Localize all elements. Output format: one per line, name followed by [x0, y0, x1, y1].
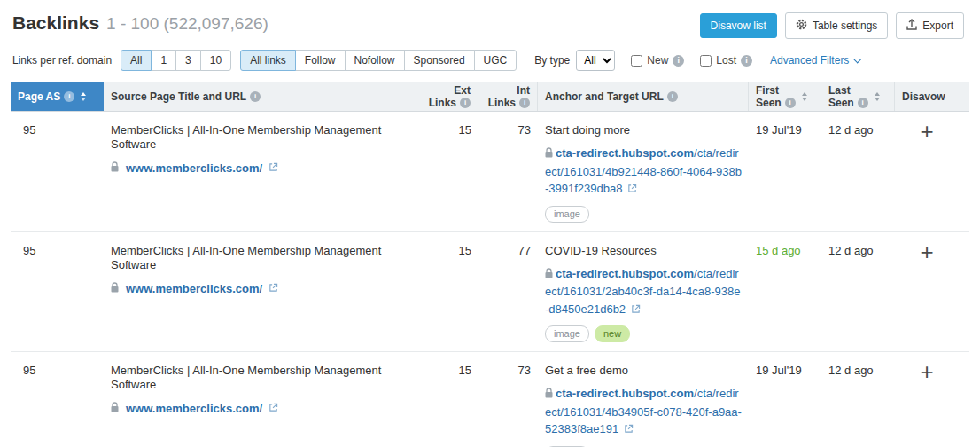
lock-icon — [545, 386, 553, 404]
info-icon: i — [667, 91, 678, 102]
int-links-cell: 77 — [478, 232, 538, 352]
last-seen-cell: 12 d ago — [821, 352, 895, 447]
col-header-disavow: Disavow — [895, 82, 959, 111]
links-per-domain-3[interactable]: 3 — [175, 50, 201, 71]
anchor-text: COVID-19 Resources — [545, 244, 742, 257]
disavow-cell: + — [895, 232, 959, 352]
table-settings-label: Table settings — [813, 20, 877, 32]
link-type-ugc[interactable]: UGC — [474, 50, 517, 71]
source-page-title: MemberClicks | All-In-One Membership Man… — [111, 244, 409, 272]
lost-checkbox[interactable] — [700, 55, 712, 67]
source-page-title: MemberClicks | All-In-One Membership Man… — [111, 364, 409, 392]
link-type-follow[interactable]: Follow — [295, 50, 346, 71]
anchor-text: Start doing more — [545, 123, 742, 137]
source-url-link[interactable]: www.memberclicks.com/ — [126, 161, 262, 175]
links-per-domain-all[interactable]: All — [121, 50, 152, 71]
export-icon — [906, 19, 917, 33]
last-seen-cell: 12 d ago — [821, 232, 895, 352]
page-as-cell: 95 — [11, 112, 104, 231]
page-title: Backlinks — [12, 12, 99, 33]
table-row: 95 MemberClicks | All-In-One Membership … — [11, 352, 969, 447]
external-link-icon — [627, 181, 637, 199]
export-button[interactable]: Export — [896, 12, 964, 39]
ext-links-cell: 15 — [416, 232, 478, 352]
disavow-add-button[interactable]: + — [920, 123, 933, 139]
target-url-link[interactable]: cta-redirect.hubspot.com/cta/redirect/16… — [545, 146, 742, 195]
table-body: 95 MemberClicks | All-In-One Membership … — [11, 112, 969, 447]
link-type-nofollow[interactable]: Nofollow — [345, 50, 405, 71]
external-link-icon — [268, 161, 278, 175]
source-url-row: www.memberclicks.com/ — [111, 402, 409, 415]
info-icon: i — [673, 55, 684, 67]
link-type-sponsored[interactable]: Sponsored — [404, 50, 475, 71]
info-icon: i — [741, 55, 752, 67]
ext-links-cell: 15 — [416, 352, 478, 447]
target-url-link[interactable]: cta-redirect.hubspot.com/cta/redirect/16… — [545, 267, 740, 316]
source-cell: MemberClicks | All-In-One Membership Man… — [104, 112, 416, 231]
backlinks-table: Page AS i Source Page Title and URL i Ex… — [11, 82, 969, 447]
links-per-domain-label: Links per ref. domain — [12, 54, 112, 67]
disavow-list-button[interactable]: Disavow list — [700, 13, 777, 38]
col-label-page-as: Page AS — [18, 91, 60, 103]
link-type-all-links[interactable]: All links — [240, 50, 296, 71]
by-type-select[interactable]: All — [576, 50, 615, 71]
lock-icon — [545, 266, 553, 284]
links-per-domain-1[interactable]: 1 — [151, 50, 176, 71]
anchor-cell: COVID-19 Resources cta-redirect.hubspot.… — [538, 232, 749, 352]
sort-icon — [875, 92, 880, 101]
source-url-link[interactable]: www.memberclicks.com/ — [126, 282, 262, 295]
source-cell: MemberClicks | All-In-One Membership Man… — [104, 352, 416, 447]
info-icon: i — [250, 91, 261, 102]
target-url-link[interactable]: cta-redirect.hubspot.com/cta/redirect/16… — [545, 387, 742, 435]
export-label: Export — [922, 20, 953, 32]
new-label: New — [647, 54, 668, 67]
info-icon: i — [460, 98, 471, 108]
top-buttons: Disavow list Table settings Export — [700, 12, 964, 39]
col-header-first-seen[interactable]: First Seeni — [749, 82, 821, 111]
disavow-cell: + — [895, 352, 959, 447]
page-as-cell: 95 — [11, 352, 104, 447]
badges: image — [545, 206, 742, 223]
col-header-ext-links: Ext Linksi — [416, 82, 478, 111]
lock-icon — [545, 145, 553, 163]
link-type-group: All links Follow Nofollow Sponsored UGC — [240, 50, 517, 71]
target-url-row: cta-redirect.hubspot.com/cta/redirect/16… — [545, 385, 742, 439]
sort-icon — [802, 92, 807, 101]
info-icon: i — [64, 91, 74, 102]
sort-icon — [81, 92, 86, 101]
col-header-last-seen[interactable]: Last Seeni — [821, 82, 895, 111]
advanced-filters-link[interactable]: Advanced Filters — [770, 54, 859, 67]
links-per-domain-10[interactable]: 10 — [200, 50, 231, 71]
advanced-filters-label: Advanced Filters — [770, 54, 849, 67]
col-label-disavow: Disavow — [902, 91, 945, 103]
source-url-row: www.memberclicks.com/ — [111, 161, 409, 175]
col-header-page-as[interactable]: Page AS i — [11, 82, 104, 111]
external-link-icon — [624, 421, 634, 439]
col-label-source: Source Page Title and URL — [111, 91, 246, 103]
page-as-value: 95 — [23, 123, 35, 137]
disavow-add-button[interactable]: + — [920, 244, 933, 260]
new-checkbox[interactable] — [631, 55, 642, 67]
disavow-add-button[interactable]: + — [920, 364, 933, 380]
external-link-icon — [268, 402, 278, 415]
first-seen-cell: 19 Jul'19 — [749, 352, 821, 447]
int-links-cell: 73 — [478, 112, 538, 231]
table-settings-button[interactable]: Table settings — [785, 12, 888, 39]
ext-links-cell: 15 — [416, 112, 478, 231]
badge-image: image — [545, 325, 589, 342]
source-url-link[interactable]: www.memberclicks.com/ — [126, 402, 262, 415]
target-url-row: cta-redirect.hubspot.com/cta/redirect/16… — [545, 145, 742, 199]
target-url-row: cta-redirect.hubspot.com/cta/redirect/16… — [545, 265, 742, 319]
source-cell: MemberClicks | All-In-One Membership Man… — [104, 232, 416, 352]
info-icon: i — [858, 98, 868, 108]
anchor-cell: Start doing more cta-redirect.hubspot.co… — [538, 112, 749, 231]
table-row: 95 MemberClicks | All-In-One Membership … — [11, 112, 969, 232]
source-url-row: www.memberclicks.com/ — [111, 282, 409, 295]
info-icon: i — [519, 98, 530, 108]
source-page-title: MemberClicks | All-In-One Membership Man… — [111, 123, 409, 152]
lock-icon — [111, 161, 119, 175]
page-as-value: 95 — [23, 244, 35, 257]
last-seen-cell: 12 d ago — [821, 112, 895, 231]
col-header-int-links: Int Linksi — [478, 82, 538, 111]
external-link-icon — [268, 282, 278, 295]
